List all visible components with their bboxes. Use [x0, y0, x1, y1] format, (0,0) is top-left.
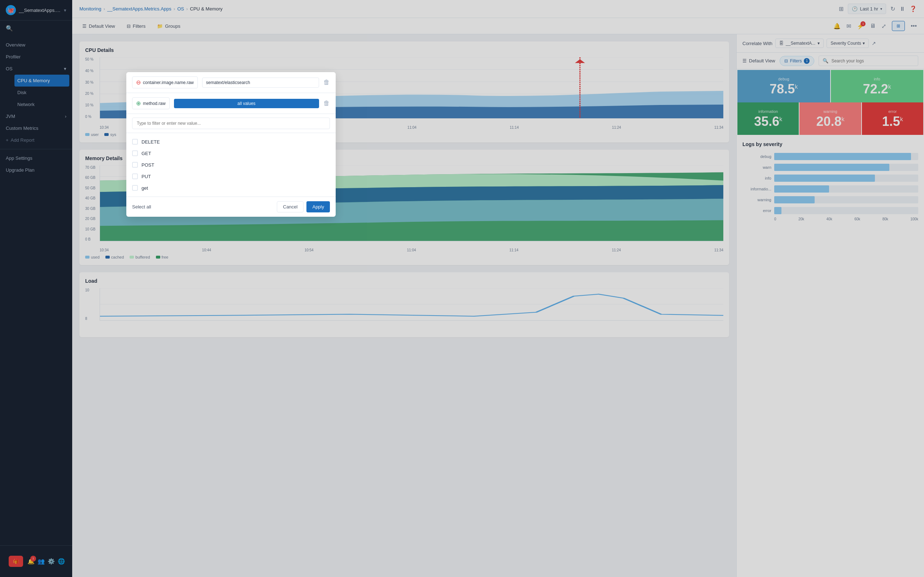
filter-modal: ⊖ container.image.name.raw 🗑 ⊕ method.ra…	[126, 72, 336, 217]
filter-footer: Select all Cancel Apply	[126, 197, 336, 217]
filter-option-put[interactable]: PUT	[126, 171, 336, 182]
cancel-button[interactable]: Cancel	[277, 201, 304, 213]
footer-buttons: Cancel Apply	[277, 201, 330, 213]
select-all-button[interactable]: Select all	[132, 204, 151, 210]
option-get-label: GET	[142, 151, 151, 156]
filter-value-input-1[interactable]	[202, 77, 319, 88]
filter-option-delete[interactable]: DELETE	[126, 136, 336, 148]
filter-delete-2[interactable]: 🗑	[323, 100, 330, 107]
filter-option-get[interactable]: GET	[126, 148, 336, 159]
apply-button[interactable]: Apply	[307, 201, 330, 213]
checkbox-post[interactable]	[132, 162, 138, 168]
option-put-label: PUT	[142, 174, 151, 179]
filter-overlay[interactable]: ⊖ container.image.name.raw 🗑 ⊕ method.ra…	[0, 0, 924, 577]
filter-option-post[interactable]: POST	[126, 159, 336, 171]
filter-search-row	[126, 114, 336, 133]
filter-row-1: ⊖ container.image.name.raw 🗑	[126, 72, 336, 93]
filter-delete-1[interactable]: 🗑	[323, 79, 330, 86]
minus-icon: ⊖	[136, 79, 141, 86]
filter-row-2: ⊕ method.raw all values 🗑	[126, 93, 336, 114]
option-get-lower-label: get	[142, 185, 148, 191]
checkbox-delete[interactable]	[132, 139, 138, 145]
checkbox-get[interactable]	[132, 150, 138, 156]
filter-field-name-1: container.image.name.raw	[143, 80, 194, 85]
filter-value-tag-all: all values	[174, 99, 319, 108]
option-delete-label: DELETE	[142, 139, 160, 145]
filter-option-get-lower[interactable]: get	[126, 182, 336, 193]
checkbox-put[interactable]	[132, 174, 138, 179]
checkbox-get-lower[interactable]	[132, 185, 138, 191]
plus-icon: ⊕	[136, 100, 141, 107]
filter-field-name-2: method.raw	[143, 101, 166, 106]
filter-field-exclude: ⊖ container.image.name.raw	[132, 76, 198, 89]
filter-search-input[interactable]	[132, 118, 330, 129]
filter-options-list: DELETE GET POST PUT get	[126, 133, 336, 197]
option-post-label: POST	[142, 162, 154, 168]
filter-field-include: ⊕ method.raw	[132, 97, 170, 109]
